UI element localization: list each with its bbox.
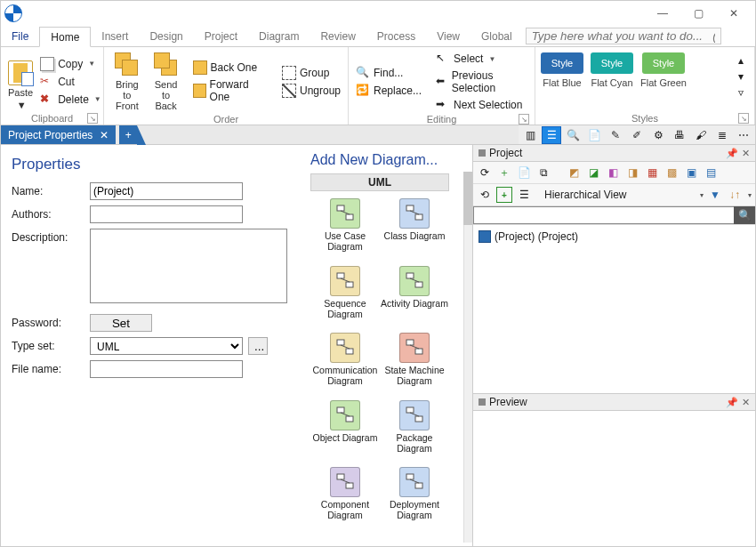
panel-toggle-gear-icon[interactable]: ⚙ (648, 126, 668, 144)
new-tab-button[interactable]: + (119, 125, 137, 144)
typeset-browse-button[interactable]: ... (248, 337, 268, 355)
group-button[interactable]: Group (280, 65, 342, 81)
search-icon[interactable]: 🔍 (734, 206, 755, 224)
preview-panel-header[interactable]: Preview 📌 ✕ (473, 394, 755, 411)
tb-list-icon[interactable]: ☰ (516, 187, 532, 203)
description-field[interactable] (90, 229, 287, 303)
menu-tab-process[interactable]: Process (366, 26, 426, 46)
panel-toggle-edit-icon[interactable]: ✎ (606, 126, 625, 144)
panel-toggle-1-icon[interactable]: ▥ (520, 126, 540, 144)
diagram-item[interactable]: Deployment Diagram (380, 467, 449, 529)
close-panel-icon[interactable]: ✕ (742, 148, 750, 159)
menu-tab-review[interactable]: Review (310, 26, 366, 46)
scrollbar-track[interactable] (463, 172, 472, 543)
panel-toggle-print-icon[interactable]: 🖶 (670, 126, 689, 144)
menu-tab-home[interactable]: Home (39, 27, 91, 47)
style-flat-blue[interactable]: Style Flat Blue (541, 52, 583, 88)
view-mode-label[interactable]: Hierarchical View (544, 189, 695, 201)
copy-button[interactable]: Copy▼ (38, 56, 103, 72)
typeset-select[interactable]: UML (90, 337, 243, 355)
find-button[interactable]: 🔍Find... (354, 65, 423, 81)
chevron-down-icon[interactable]: ▾ (700, 191, 704, 199)
document-tab-active[interactable]: Project Properties ✕ (1, 125, 116, 144)
panel-toggle-more-icon[interactable]: ⋯ (734, 126, 753, 144)
menu-tab-diagram[interactable]: Diagram (248, 26, 310, 46)
replace-button[interactable]: 🔁Replace... (354, 83, 423, 99)
tb-new-icon[interactable]: + (496, 187, 512, 203)
dialog-launcher-icon[interactable]: ↘ (738, 113, 749, 124)
panel-toggle-layers-icon[interactable]: ≣ (712, 126, 732, 144)
tree-root-node[interactable]: (Project) (Project) (479, 230, 750, 243)
close-tab-icon[interactable]: ✕ (100, 129, 109, 141)
menu-tab-design[interactable]: Design (139, 26, 193, 46)
chevron-down-icon[interactable]: ▾ (748, 191, 752, 199)
delete-button[interactable]: ✖Delete▼ (38, 92, 103, 108)
tb-refresh-icon[interactable]: ⟳ (477, 165, 493, 181)
panel-toggle-project-icon[interactable]: ☰ (542, 126, 561, 144)
minimize-button[interactable]: — (645, 3, 680, 24)
diagram-item[interactable]: Class Diagram (380, 198, 449, 261)
dialog-launcher-icon[interactable]: ↘ (87, 113, 98, 124)
tb-doc-icon[interactable]: 📄 (516, 165, 532, 181)
pin-icon[interactable]: 📌 (726, 397, 738, 408)
style-flat-green[interactable]: Style Flat Green (640, 52, 687, 88)
maximize-button[interactable]: ▢ (680, 3, 716, 24)
tell-me-search[interactable] (526, 28, 721, 44)
select-button[interactable]: ↖Select▼ (434, 51, 529, 67)
panel-toggle-doc-icon[interactable]: 📄 (584, 126, 604, 144)
filename-field[interactable] (90, 360, 243, 378)
ungroup-button[interactable]: Ungroup (280, 83, 342, 99)
style-gallery-more-icon[interactable]: ▿ (733, 84, 749, 101)
sort-icon[interactable]: ↓↑ (727, 187, 743, 203)
cut-button[interactable]: ✂Cut (38, 74, 103, 90)
menu-tab-insert[interactable]: Insert (91, 26, 139, 46)
style-scroll-up-icon[interactable]: ▴ (733, 52, 749, 68)
diagram-item[interactable]: Sequence Diagram (310, 266, 380, 328)
menu-tab-global[interactable]: Global (470, 26, 523, 46)
panel-toggle-pens-icon[interactable]: ✐ (627, 126, 647, 144)
tb-shape8-icon[interactable]: ▤ (703, 165, 719, 181)
previous-selection-button[interactable]: ⬅Previous Selection (434, 68, 529, 95)
menu-tab-project[interactable]: Project (194, 26, 248, 46)
bring-to-front-button[interactable]: Bring to Front (109, 51, 145, 113)
diagram-item[interactable]: Activity Diagram (380, 266, 449, 328)
forward-one-button[interactable]: Forward One (191, 77, 269, 104)
tb-shape2-icon[interactable]: ◪ (585, 165, 601, 181)
panel-toggle-search-icon[interactable]: 🔍 (563, 126, 583, 144)
tb-sync-icon[interactable]: ⟲ (477, 187, 493, 203)
authors-field[interactable] (90, 205, 243, 223)
diagram-item[interactable]: Use Case Diagram (310, 198, 380, 261)
set-password-button[interactable]: Set (90, 314, 152, 332)
style-scroll-down-icon[interactable]: ▾ (733, 68, 749, 84)
project-panel-header[interactable]: Project 📌 ✕ (473, 145, 755, 162)
pin-icon[interactable]: 📌 (726, 148, 738, 159)
dialog-launcher-icon[interactable]: ↘ (519, 114, 529, 125)
tb-copy-icon[interactable]: ⧉ (535, 165, 551, 181)
tb-shape7-icon[interactable]: ▣ (683, 165, 699, 181)
tb-add-icon[interactable]: ＋ (496, 165, 512, 181)
tb-shape5-icon[interactable]: ▦ (644, 165, 660, 181)
style-flat-cyan[interactable]: Style Flat Cyan (591, 52, 633, 88)
back-one-button[interactable]: Back One (191, 60, 269, 76)
next-selection-button[interactable]: ➡Next Selection (434, 97, 529, 113)
scrollbar-thumb[interactable] (463, 172, 472, 225)
menu-file[interactable]: File (1, 26, 39, 46)
diagram-item[interactable]: Component Diagram (310, 467, 380, 529)
close-window-button[interactable]: ✕ (716, 3, 752, 24)
tb-shape1-icon[interactable]: ◩ (566, 165, 582, 181)
diagram-item[interactable]: Communication Diagram (310, 333, 380, 395)
send-to-back-button[interactable]: Send to Back (149, 51, 184, 113)
project-tree[interactable]: (Project) (Project) (473, 225, 755, 393)
tb-shape6-icon[interactable]: ▩ (664, 165, 680, 181)
name-field[interactable] (90, 182, 243, 200)
diagram-item[interactable]: State Machine Diagram (380, 333, 449, 395)
project-search-input[interactable] (473, 206, 734, 224)
paste-button[interactable]: Paste ▼ (6, 51, 35, 112)
panel-toggle-brush-icon[interactable]: 🖌 (691, 126, 711, 144)
tb-shape3-icon[interactable]: ◧ (605, 165, 621, 181)
close-panel-icon[interactable]: ✕ (742, 397, 750, 408)
filter-icon[interactable]: ▼ (707, 187, 723, 203)
diagram-item[interactable]: Package Diagram (380, 400, 449, 463)
diagram-item[interactable]: Object Diagram (310, 400, 380, 463)
diagram-category-header[interactable]: UML (310, 173, 449, 191)
